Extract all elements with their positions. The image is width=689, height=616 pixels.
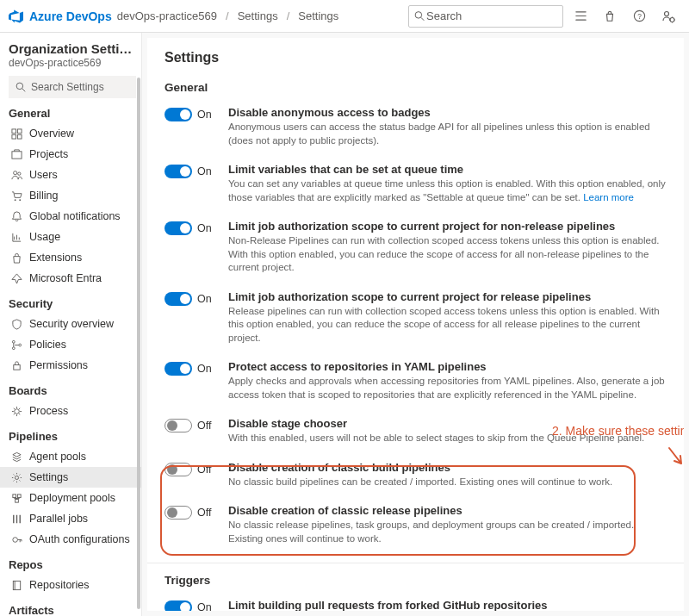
- bell-icon: [10, 210, 22, 222]
- svg-text:?: ?: [637, 12, 642, 21]
- sidebar-item-label: Deployment pools: [29, 492, 115, 504]
- svg-rect-27: [13, 581, 20, 589]
- brand-link[interactable]: Azure DevOps: [29, 9, 112, 23]
- sidebar-item-label: Microsoft Entra: [29, 272, 102, 284]
- breadcrumb-page[interactable]: Settings: [298, 9, 338, 22]
- setting-title: Limit variables that can be set at queue…: [228, 163, 667, 176]
- sidebar-search-placeholder: Search Settings: [31, 81, 104, 93]
- marketplace-icon[interactable]: [598, 4, 622, 28]
- parallel-icon: [10, 513, 22, 525]
- sidebar-item-label: Projects: [29, 148, 68, 160]
- sidebar-item-settings[interactable]: Settings: [0, 467, 141, 488]
- search-icon: [414, 10, 425, 22]
- deploy-icon: [10, 492, 22, 504]
- repo-icon: [10, 579, 22, 591]
- sidebar-item-usage[interactable]: Usage: [9, 227, 136, 247]
- setting-description: Non-Release Pipelines can run with colle…: [228, 234, 667, 275]
- topbar: Azure DevOps devOps-practice569 / Settin…: [0, 0, 689, 33]
- svg-rect-8: [11, 128, 16, 133]
- setting-title: Disable creation of classic build pipeli…: [228, 461, 612, 474]
- svg-rect-10: [11, 134, 16, 139]
- sidebar-item-projects[interactable]: Projects: [9, 144, 136, 165]
- toggle-switch[interactable]: [164, 600, 192, 611]
- breadcrumb-org[interactable]: devOps-practice569: [117, 9, 217, 22]
- toggle-state-label: Off: [197, 420, 211, 432]
- svg-rect-12: [11, 151, 21, 158]
- sidebar-item-users[interactable]: Users: [9, 165, 136, 185]
- breadcrumb-settings[interactable]: Settings: [238, 9, 278, 22]
- sidebar-item-process[interactable]: Process: [9, 401, 136, 421]
- toggle-switch[interactable]: [164, 292, 192, 306]
- learn-more-link[interactable]: Learn more: [583, 192, 634, 202]
- svg-rect-20: [13, 364, 19, 370]
- svg-point-15: [14, 199, 16, 201]
- azure-devops-logo-icon: [9, 9, 24, 24]
- sidebar-item-security-overview[interactable]: Security overview: [9, 314, 136, 334]
- sidebar-item-extensions[interactable]: Extensions: [9, 247, 136, 268]
- shield-icon: [10, 318, 22, 330]
- global-search-input[interactable]: [425, 9, 557, 23]
- lock-icon: [10, 359, 22, 371]
- toggle-switch[interactable]: [164, 463, 192, 476]
- chart-icon: [10, 231, 22, 243]
- sidebar-item-parallel-jobs[interactable]: Parallel jobs: [9, 508, 136, 529]
- sidebar-item-oauth-configurations[interactable]: OAuth configurations: [9, 529, 136, 550]
- setting-row: OnDisable anonymous access to badgesAnon…: [164, 103, 667, 159]
- sidebar-item-microsoft-entra[interactable]: Microsoft Entra: [9, 268, 136, 289]
- sidebar-item-agent-pools[interactable]: Agent pools: [9, 446, 136, 467]
- svg-point-13: [13, 171, 16, 174]
- toggle-switch[interactable]: [164, 362, 192, 376]
- sidebar-item-label: Usage: [29, 231, 60, 243]
- svg-point-6: [16, 83, 23, 90]
- toggle-state-label: On: [197, 109, 212, 121]
- sidebar-item-permissions[interactable]: Permissions: [9, 355, 136, 376]
- setting-title: Protect access to repositories in YAML p…: [228, 360, 667, 373]
- setting-title: Limit job authorization scope to current…: [228, 220, 667, 233]
- pool-icon: [10, 451, 22, 463]
- setting-title: Limit job authorization scope to current…: [228, 290, 667, 303]
- toggle-switch[interactable]: [164, 419, 192, 432]
- oauth-icon: [10, 533, 22, 545]
- sidebar-search[interactable]: Search Settings: [9, 76, 136, 98]
- toggle-switch[interactable]: [164, 506, 192, 520]
- svg-line-1: [421, 17, 424, 20]
- toggle-switch[interactable]: [164, 165, 192, 178]
- list-icon[interactable]: [568, 4, 593, 28]
- annotation-arrow-icon: [664, 445, 684, 470]
- help-icon[interactable]: ?: [627, 4, 651, 28]
- setting-description: You can set any variables at queue time …: [228, 177, 667, 204]
- annotation-text: 2. Make sure these settings are disabled: [552, 424, 684, 438]
- sidebar-item-billing[interactable]: Billing: [9, 185, 136, 206]
- sidebar-item-overview[interactable]: Overview: [9, 123, 136, 144]
- process-icon: [10, 405, 22, 417]
- svg-point-4: [665, 11, 669, 16]
- sidebar-item-label: Process: [29, 405, 68, 417]
- sidebar-scrollbar[interactable]: [137, 78, 140, 609]
- setting-description: No classic build pipelines can be create…: [228, 476, 612, 489]
- sidebar-item-global-notifications[interactable]: Global notifications: [9, 206, 136, 227]
- sidebar-item-label: Settings: [29, 471, 68, 483]
- toggle-state-label: On: [197, 601, 212, 611]
- global-search[interactable]: [408, 5, 563, 28]
- sidebar-item-label: Repositories: [29, 579, 89, 591]
- setting-description: No classic release pipelines, task group…: [228, 519, 667, 545]
- sidebar-item-label: Global notifications: [29, 210, 121, 222]
- svg-line-7: [22, 89, 25, 91]
- sidebar-item-repositories[interactable]: Repositories: [9, 575, 136, 595]
- sidebar-section-header: Security: [9, 297, 136, 310]
- toggle-switch[interactable]: [164, 108, 192, 121]
- svg-rect-23: [12, 494, 16, 497]
- sidebar-section-header: Repos: [9, 558, 136, 571]
- policy-icon: [10, 339, 22, 351]
- sidebar-item-policies[interactable]: Policies: [9, 334, 136, 355]
- setting-row: OnLimit building pull requests from fork…: [164, 595, 667, 611]
- org-settings-title: Organization Settin…: [9, 41, 136, 56]
- org-name: devOps-practice569: [9, 57, 136, 69]
- svg-point-26: [12, 537, 17, 542]
- sidebar-item-label: Agent pools: [29, 451, 86, 463]
- setting-description: Release pipelines can run with collectio…: [228, 305, 667, 345]
- user-settings-icon[interactable]: [656, 4, 680, 28]
- sidebar-item-deployment-pools[interactable]: Deployment pools: [9, 488, 136, 508]
- users-icon: [10, 169, 22, 181]
- toggle-switch[interactable]: [164, 221, 192, 235]
